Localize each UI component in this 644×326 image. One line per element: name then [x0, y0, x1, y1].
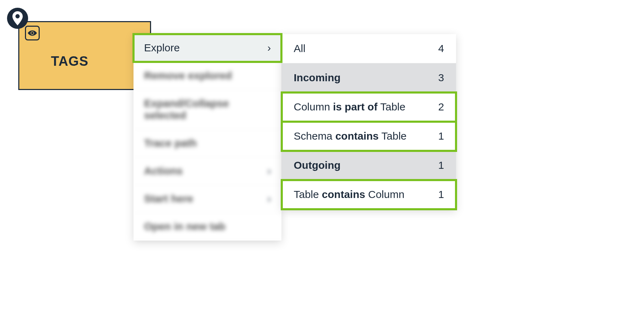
chevron-right-icon: › — [267, 165, 271, 177]
context-menu: Explore › Remove explored Expand/Collaps… — [134, 34, 281, 241]
pin-icon — [7, 8, 28, 29]
submenu-item-label: Outgoing — [294, 159, 340, 171]
menu-item-remove-explored[interactable]: Remove explored — [134, 62, 281, 90]
chevron-right-icon: › — [267, 42, 271, 54]
menu-item-open-new-tab[interactable]: Open in new tab — [134, 213, 281, 241]
submenu-section-incoming[interactable]: Incoming 3 — [282, 63, 456, 92]
submenu-item-count: 1 — [438, 188, 444, 200]
graph-canvas[interactable]: TAGS Explore › Remove explored Expand/Co… — [0, 0, 644, 326]
chevron-right-icon: › — [267, 193, 271, 205]
submenu-item-count: 2 — [438, 101, 444, 113]
menu-item-label: Expand/Collapse selected — [144, 97, 271, 121]
submenu-item-count: 1 — [438, 159, 444, 171]
submenu-item-count: 4 — [438, 43, 444, 55]
submenu-item-all[interactable]: All 4 — [282, 34, 456, 63]
menu-item-label: Explore — [144, 42, 180, 54]
node-tags[interactable]: TAGS — [18, 21, 151, 90]
submenu-item-label: All — [294, 43, 305, 55]
menu-item-trace-path[interactable]: Trace path — [134, 129, 281, 157]
submenu-item-table-contains-column[interactable]: Table contains Column 1 — [282, 180, 456, 209]
submenu-item-label: Incoming — [294, 72, 340, 84]
submenu-item-schema-contains-table[interactable]: Schema contains Table 1 — [282, 122, 456, 151]
submenu-item-label: Table contains Column — [294, 188, 404, 200]
submenu-item-label: Schema contains Table — [294, 130, 406, 142]
submenu-item-column-part-of-table[interactable]: Column is part of Table 2 — [282, 92, 456, 122]
submenu-item-count: 3 — [438, 72, 444, 84]
menu-item-label: Start here — [144, 193, 193, 205]
eye-icon — [25, 26, 40, 40]
menu-item-expand-collapse[interactable]: Expand/Collapse selected — [134, 90, 281, 129]
menu-item-label: Remove explored — [144, 70, 232, 82]
menu-item-label: Trace path — [144, 137, 197, 149]
menu-item-start-here[interactable]: Start here › — [134, 185, 281, 213]
menu-item-explore[interactable]: Explore › — [134, 34, 281, 62]
submenu-item-count: 1 — [438, 130, 444, 142]
menu-item-actions[interactable]: Actions › — [134, 157, 281, 185]
node-title: TAGS — [51, 54, 89, 69]
explore-submenu: All 4 Incoming 3 Column is part of Table… — [282, 34, 456, 209]
menu-item-label: Actions — [144, 165, 183, 177]
submenu-item-label: Column is part of Table — [294, 101, 405, 113]
submenu-section-outgoing[interactable]: Outgoing 1 — [282, 151, 456, 180]
menu-item-label: Open in new tab — [144, 220, 226, 232]
